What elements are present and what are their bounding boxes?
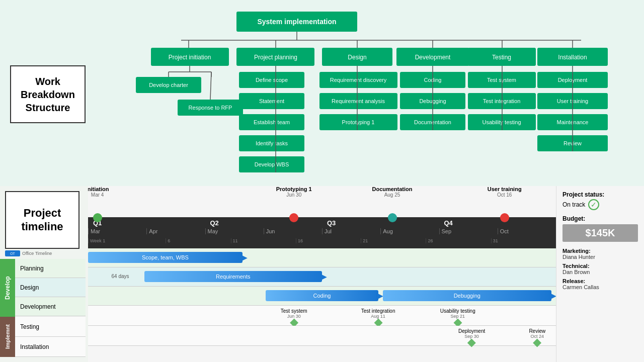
dot-user-training — [500, 213, 509, 222]
wbs-title: Work Breakdown Structure — [16, 75, 79, 114]
svg-text:Identify tasks: Identify tasks — [256, 140, 288, 146]
milestone-prototyping: Prototyping 1 Jun 30 — [276, 186, 312, 198]
svg-text:Project planning: Project planning — [254, 54, 297, 61]
week-26: 26 — [426, 238, 491, 243]
diamond-test-system: Test system Jun 30 — [281, 308, 307, 327]
milestone-date: Jun 30 — [276, 192, 312, 198]
month-sep: Sep — [439, 228, 498, 234]
svg-text:OT: OT — [10, 252, 15, 255]
week-row: Week 1 6 11 16 21 26 31 — [88, 238, 556, 243]
svg-text:Test system: Test system — [487, 77, 516, 83]
bar-requirements: Requirements ▶ — [144, 271, 322, 282]
technical-value: Dan Brown — [562, 269, 638, 275]
milestone-date: Oct 16 — [488, 192, 522, 198]
svg-text:Requirement discovery: Requirement discovery — [330, 77, 387, 83]
month-jul: Jul — [322, 228, 380, 234]
gantt-row-installation: Deployment Sep 30 Review Oct 24 — [88, 326, 556, 346]
timeline-label-box: Project timeline — [5, 191, 79, 249]
week-1: Week 1 — [88, 238, 166, 243]
milestone-user-training: User training Oct 16 — [488, 186, 522, 198]
develop-section-label: Develop — [0, 259, 15, 317]
month-jun: Jun — [264, 228, 322, 234]
milestone-name: Initiation — [88, 186, 109, 192]
quarter-q4: Q4 — [444, 219, 452, 227]
milestone-name: Prototyping 1 — [276, 186, 312, 192]
release-label: Release: — [562, 278, 638, 284]
week-11: 11 — [231, 238, 296, 243]
month-oct: Oct — [498, 228, 556, 234]
gantt-row-development: Coding ▶ Debugging ▶ — [88, 287, 556, 306]
release-value: Carmen Callas — [562, 284, 638, 290]
status-value: On track — [562, 201, 585, 208]
milestone-documentation: Documentation Aug 25 — [372, 186, 412, 198]
implement-section-label: Implemnt — [0, 317, 15, 357]
quarter-q2: Q2 — [210, 219, 218, 227]
release-section: Release: Carmen Callas — [562, 278, 638, 290]
diamond-deployment: Deployment Sep 30 — [458, 328, 485, 347]
wbs-section: Work Breakdown Structure System implemen… — [0, 0, 644, 186]
technical-section: Technical: Dan Brown — [562, 263, 638, 275]
dot-initiation — [93, 213, 102, 222]
gantt-row-design: 64 days Requirements ▶ — [88, 267, 556, 287]
wbs-chart-svg: System implementation Project initiation… — [91, 3, 639, 184]
technical-label: Technical: — [562, 263, 638, 269]
milestone-date: Aug 25 — [372, 192, 412, 198]
week-16: 16 — [296, 238, 361, 243]
status-icon: ✓ — [588, 199, 599, 210]
row-label-development: Development — [15, 297, 86, 316]
row-label-testing: Testing — [15, 317, 86, 337]
month-row: Mar Apr May Jun Jul Aug Sep Oct — [88, 228, 556, 234]
svg-text:Response to RFP: Response to RFP — [189, 105, 232, 111]
svg-text:Establish team: Establish team — [254, 119, 290, 125]
main-timeline-area: Initiation Mar 4 Prototyping 1 Jun 30 Do… — [88, 186, 556, 362]
month-mar: Mar — [88, 228, 146, 234]
svg-text:Test integration: Test integration — [483, 98, 521, 104]
svg-text:Installation: Installation — [558, 54, 587, 61]
diamond-usability-testing: Usability testing Sep 21 — [440, 308, 475, 327]
marketing-section: Marketing: Diana Hunter — [562, 248, 638, 260]
status-row: On track ✓ — [562, 199, 638, 210]
svg-text:Develop charter: Develop charter — [149, 82, 188, 88]
bar-coding: Coding ▶ — [266, 290, 378, 301]
gantt-row-planning: Scope, team, WBS ▶ — [88, 248, 556, 267]
svg-text:Requirement analysis: Requirement analysis — [332, 98, 385, 104]
svg-text:Project initiation: Project initiation — [169, 54, 211, 61]
month-apr: Apr — [146, 228, 205, 234]
svg-text:Design: Design — [348, 54, 366, 61]
wbs-label-box: Work Breakdown Structure — [10, 65, 86, 123]
week-6: 6 — [166, 238, 230, 243]
quarter-q3: Q3 — [327, 219, 336, 227]
project-status-label: Project status: — [562, 191, 638, 198]
timeline-bar: Q1 Q2 Q3 Q4 Mar Apr May Jun Jul Aug Sep … — [88, 217, 556, 248]
timeline-title: Project timeline — [6, 207, 78, 233]
week-21: 21 — [361, 238, 426, 243]
svg-text:Usability testing: Usability testing — [482, 119, 521, 125]
svg-text:Develop WBS: Develop WBS — [255, 161, 289, 167]
bottom-section: Project timeline OT Office Timeline Deve… — [0, 186, 644, 362]
dot-documentation — [388, 213, 397, 222]
month-may: May — [205, 228, 264, 234]
left-label-area: Project timeline OT Office Timeline Deve… — [0, 186, 88, 362]
made-with: OT Office Timeline — [5, 250, 52, 256]
marketing-value: Diana Hunter — [562, 254, 638, 260]
budget-box: $145K — [562, 224, 638, 242]
timeline-header: Initiation Mar 4 Prototyping 1 Jun 30 Do… — [88, 186, 556, 217]
week-31: 31 — [491, 238, 556, 243]
root-label: System implementation — [257, 18, 336, 26]
right-panel: Project status: On track ✓ Budget: $145K… — [556, 186, 644, 362]
diamond-review: Review Oct 24 — [529, 328, 545, 347]
dot-prototyping — [289, 213, 298, 222]
svg-text:Prototyping 1: Prototyping 1 — [342, 119, 375, 125]
gantt-row-testing: Test system Jun 30 Test integration Aug … — [88, 306, 556, 326]
milestone-initiation: Initiation Mar 4 — [88, 186, 109, 198]
milestone-name: Documentation — [372, 186, 412, 192]
svg-text:Define scope: Define scope — [256, 77, 288, 83]
row-label-planning: Planning — [15, 259, 86, 278]
svg-line-14 — [210, 72, 211, 100]
svg-text:Development: Development — [415, 54, 451, 61]
milestone-name: User training — [488, 186, 522, 192]
budget-label: Budget: — [562, 215, 638, 222]
month-aug: Aug — [380, 228, 439, 234]
diamond-test-integration: Test integration Aug 11 — [361, 308, 395, 327]
bar-scope-team-wbs: Scope, team, WBS ▶ — [88, 252, 243, 263]
